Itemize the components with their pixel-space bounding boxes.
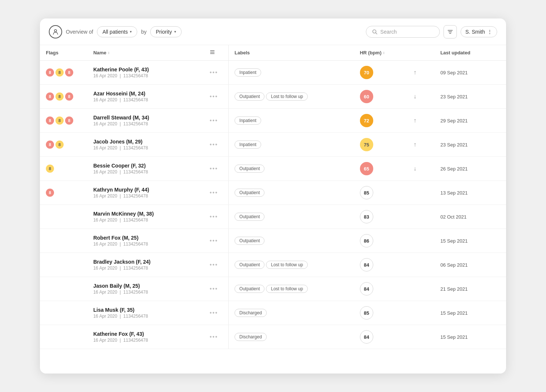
row-menu-cell[interactable]: ••• xyxy=(204,205,228,229)
table-row[interactable]: Bradley Jackson (F, 24) 16 Apr 2020 | 11… xyxy=(40,253,506,277)
row-menu-cell[interactable]: ••• xyxy=(204,277,228,301)
table-row[interactable]: 888 Azar Hosseini (M, 24) 16 Apr 2020 | … xyxy=(40,85,506,109)
row-menu-cell[interactable]: ••• xyxy=(204,229,228,253)
flag-badge: 8 xyxy=(46,189,54,197)
table-row[interactable]: Jason Baily (M, 25) 16 Apr 2020 | 113425… xyxy=(40,277,506,301)
patient-name-cell[interactable]: Jason Baily (M, 25) 16 Apr 2020 | 113425… xyxy=(87,277,203,301)
label-tag: Lost to follow up xyxy=(266,92,308,101)
last-updated-value: 13 Sep 2021 xyxy=(440,190,468,196)
patients-table: Flags Name ↕ xyxy=(40,45,506,349)
hr-value: 75 xyxy=(360,138,373,151)
table-row[interactable]: 8 Kathryn Murphy (F, 44) 16 Apr 2020 | 1… xyxy=(40,181,506,205)
flag-badge: 8 xyxy=(46,141,54,149)
table-row[interactable]: 888 Darrell Steward (M, 34) 16 Apr 2020 … xyxy=(40,109,506,133)
row-menu-cell[interactable]: ••• xyxy=(204,61,228,85)
row-menu-dots[interactable]: ••• xyxy=(210,141,218,148)
table-row[interactable]: Robert Fox (M, 25) 16 Apr 2020 | 1134256… xyxy=(40,229,506,253)
row-menu-dots[interactable]: ••• xyxy=(210,261,218,268)
row-menu-cell[interactable]: ••• xyxy=(204,85,228,109)
patient-name-cell[interactable]: Kathryn Murphy (F, 44) 16 Apr 2020 | 113… xyxy=(87,181,203,205)
hr-cell: 83 xyxy=(354,205,408,229)
last-updated-value: 21 Sep 2021 xyxy=(440,286,468,292)
table-row[interactable]: 888 Katherine Poole (F, 43) 16 Apr 2020 … xyxy=(40,61,506,85)
patient-name-cell[interactable]: Azar Hosseini (M, 24) 16 Apr 2020 | 1134… xyxy=(87,85,203,109)
user-menu[interactable]: S. Smith ⋮ xyxy=(461,26,497,37)
patient-meta: 16 Apr 2020 | 1134256478 xyxy=(93,241,198,247)
row-menu-dots[interactable]: ••• xyxy=(210,165,218,172)
patient-name-cell[interactable]: Katherine Fox (F, 43) 16 Apr 2020 | 1134… xyxy=(87,325,203,349)
table-row[interactable]: 8 Bessie Cooper (F, 32) 16 Apr 2020 | 11… xyxy=(40,157,506,181)
table-row[interactable]: Lisa Musk (F, 35) 16 Apr 2020 | 11342564… xyxy=(40,301,506,325)
row-menu-cell[interactable]: ••• xyxy=(204,181,228,205)
row-menu-cell[interactable]: ••• xyxy=(204,133,228,157)
patient-name: Marvin McKinney (M, 38) xyxy=(93,211,198,217)
patient-name-cell[interactable]: Jacob Jones (M, 29) 16 Apr 2020 | 113425… xyxy=(87,133,203,157)
row-menu-dots[interactable]: ••• xyxy=(210,117,218,124)
patient-meta: 16 Apr 2020 | 1134256478 xyxy=(93,73,198,78)
patient-name-cell[interactable]: Bradley Jackson (F, 24) 16 Apr 2020 | 11… xyxy=(87,253,203,277)
all-patients-dropdown[interactable]: All patients ▾ xyxy=(97,26,137,37)
hr-cell: 85 xyxy=(354,301,408,325)
last-updated-value: 02 Oct 2021 xyxy=(440,214,466,220)
patient-name: Katherine Fox (F, 43) xyxy=(93,331,198,337)
table-row[interactable]: Katherine Fox (F, 43) 16 Apr 2020 | 1134… xyxy=(40,325,506,349)
patient-name-cell[interactable]: Bessie Cooper (F, 32) 16 Apr 2020 | 1134… xyxy=(87,157,203,181)
row-menu-dots[interactable]: ••• xyxy=(210,237,218,244)
svg-rect-6 xyxy=(210,50,215,51)
trend-cell: ↓ xyxy=(408,157,435,181)
patient-name-cell[interactable]: Marvin McKinney (M, 38) 16 Apr 2020 | 11… xyxy=(87,205,203,229)
overview-text: Overview of xyxy=(66,29,93,35)
label-tag: Lost to follow up xyxy=(266,285,308,293)
table-container: Flags Name ↕ xyxy=(40,45,506,374)
row-menu-dots[interactable]: ••• xyxy=(210,334,218,340)
col-header-labels: Labels xyxy=(229,45,354,61)
hr-cell: 72 xyxy=(354,109,408,133)
filter-button[interactable] xyxy=(444,25,457,38)
logo-icon xyxy=(49,25,62,38)
col-header-hr[interactable]: HR (bpm) ↕ xyxy=(354,45,408,61)
row-menu-dots[interactable]: ••• xyxy=(210,213,218,220)
patient-meta: 16 Apr 2020 | 1134256478 xyxy=(93,217,198,223)
flags-cell xyxy=(40,325,87,349)
hr-sort[interactable]: HR (bpm) ↕ xyxy=(360,50,385,55)
last-updated-cell: 23 Sep 2021 xyxy=(434,85,506,109)
filter-icon xyxy=(447,29,453,35)
hr-value: 84 xyxy=(360,258,373,271)
hr-cell: 70 xyxy=(354,61,408,85)
row-menu-cell[interactable]: ••• xyxy=(204,325,228,349)
row-menu-dots[interactable]: ••• xyxy=(210,189,218,196)
col-header-name[interactable]: Name ↕ xyxy=(87,45,203,61)
trend-cell xyxy=(408,253,435,277)
labels-cell: Outpatient xyxy=(229,157,354,181)
flags-cell: 88 xyxy=(40,133,87,157)
flags-cell: 8 xyxy=(40,181,87,205)
last-updated-cell: 09 Sep 2021 xyxy=(434,61,506,85)
patient-name-cell[interactable]: Lisa Musk (F, 35) 16 Apr 2020 | 11342564… xyxy=(87,301,203,325)
row-menu-dots[interactable]: ••• xyxy=(210,69,218,75)
hr-sort-icon: ↕ xyxy=(383,51,385,55)
last-updated-cell: 26 Sep 2021 xyxy=(434,157,506,181)
row-menu-cell[interactable]: ••• xyxy=(204,253,228,277)
patient-name-cell[interactable]: Katherine Poole (F, 43) 16 Apr 2020 | 11… xyxy=(87,61,203,85)
row-menu-dots[interactable]: ••• xyxy=(210,285,218,292)
table-row[interactable]: Marvin McKinney (M, 38) 16 Apr 2020 | 11… xyxy=(40,205,506,229)
name-sort[interactable]: Name ↕ xyxy=(93,50,109,55)
patient-name-cell[interactable]: Robert Fox (M, 25) 16 Apr 2020 | 1134256… xyxy=(87,229,203,253)
search-box[interactable]: Search xyxy=(366,26,440,38)
priority-dropdown[interactable]: Priority ▾ xyxy=(150,26,182,37)
row-menu-cell[interactable]: ••• xyxy=(204,157,228,181)
row-menu-cell[interactable]: ••• xyxy=(204,301,228,325)
trend-down-icon: ↓ xyxy=(414,165,417,172)
trend-cell xyxy=(408,277,435,301)
patient-name-cell[interactable]: Darrell Steward (M, 34) 16 Apr 2020 | 11… xyxy=(87,109,203,133)
flags-cell: 888 xyxy=(40,85,87,109)
patient-name: Kathryn Murphy (F, 44) xyxy=(93,187,198,193)
table-row[interactable]: 88 Jacob Jones (M, 29) 16 Apr 2020 | 113… xyxy=(40,133,506,157)
hr-cell: 60 xyxy=(354,85,408,109)
trend-cell xyxy=(408,325,435,349)
row-menu-dots[interactable]: ••• xyxy=(210,310,218,316)
flags-cell: 888 xyxy=(40,61,87,85)
row-menu-cell[interactable]: ••• xyxy=(204,109,228,133)
hr-value: 65 xyxy=(360,162,373,175)
row-menu-dots[interactable]: ••• xyxy=(210,93,218,99)
